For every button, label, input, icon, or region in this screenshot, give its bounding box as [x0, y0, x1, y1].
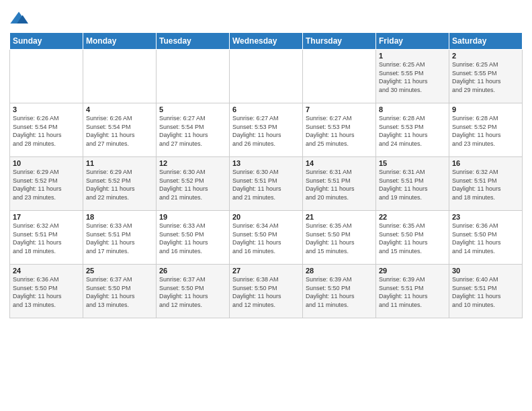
day-number: 3	[13, 105, 80, 113]
day-number: 2	[452, 52, 519, 60]
day-cell: 17Sunrise: 6:32 AM Sunset: 5:51 PM Dayli…	[10, 211, 83, 265]
day-info: Sunrise: 6:29 AM Sunset: 5:52 PM Dayligh…	[86, 168, 153, 201]
day-number: 18	[86, 213, 153, 221]
day-number: 11	[86, 159, 153, 167]
day-number: 21	[306, 213, 373, 221]
day-info: Sunrise: 6:25 AM Sunset: 5:55 PM Dayligh…	[452, 60, 519, 94]
day-info: Sunrise: 6:31 AM Sunset: 5:51 PM Dayligh…	[306, 168, 373, 201]
day-info: Sunrise: 6:33 AM Sunset: 5:50 PM Dayligh…	[159, 222, 226, 255]
day-cell: 27Sunrise: 6:38 AM Sunset: 5:50 PM Dayli…	[230, 265, 303, 318]
day-info: Sunrise: 6:30 AM Sunset: 5:51 PM Dayligh…	[232, 168, 300, 201]
day-cell	[230, 50, 303, 103]
day-cell: 1Sunrise: 6:25 AM Sunset: 5:55 PM Daylig…	[376, 50, 449, 103]
day-number: 25	[86, 267, 153, 275]
day-info: Sunrise: 6:25 AM Sunset: 5:55 PM Dayligh…	[379, 60, 446, 94]
day-info: Sunrise: 6:32 AM Sunset: 5:51 PM Dayligh…	[452, 168, 519, 201]
week-row-3: 17Sunrise: 6:32 AM Sunset: 5:51 PM Dayli…	[10, 211, 523, 265]
day-cell: 7Sunrise: 6:27 AM Sunset: 5:53 PM Daylig…	[303, 103, 376, 157]
day-cell	[303, 50, 376, 103]
day-info: Sunrise: 6:31 AM Sunset: 5:51 PM Dayligh…	[379, 168, 446, 201]
day-info: Sunrise: 6:35 AM Sunset: 5:50 PM Dayligh…	[306, 222, 373, 255]
day-info: Sunrise: 6:29 AM Sunset: 5:52 PM Dayligh…	[13, 168, 80, 201]
day-info: Sunrise: 6:35 AM Sunset: 5:50 PM Dayligh…	[379, 222, 446, 255]
day-info: Sunrise: 6:36 AM Sunset: 5:50 PM Dayligh…	[452, 222, 519, 255]
day-number: 26	[159, 267, 226, 275]
day-cell: 13Sunrise: 6:30 AM Sunset: 5:51 PM Dayli…	[230, 157, 303, 211]
day-info: Sunrise: 6:34 AM Sunset: 5:50 PM Dayligh…	[232, 222, 300, 255]
day-cell: 11Sunrise: 6:29 AM Sunset: 5:52 PM Dayli…	[83, 157, 157, 211]
day-number: 1	[379, 52, 446, 60]
day-info: Sunrise: 6:32 AM Sunset: 5:51 PM Dayligh…	[13, 222, 80, 255]
day-cell: 5Sunrise: 6:27 AM Sunset: 5:54 PM Daylig…	[157, 103, 230, 157]
day-info: Sunrise: 6:30 AM Sunset: 5:52 PM Dayligh…	[159, 168, 226, 201]
day-cell: 22Sunrise: 6:35 AM Sunset: 5:50 PM Dayli…	[376, 211, 449, 265]
logo-icon	[9, 9, 28, 28]
day-cell: 6Sunrise: 6:27 AM Sunset: 5:53 PM Daylig…	[230, 103, 303, 157]
day-cell: 15Sunrise: 6:31 AM Sunset: 5:51 PM Dayli…	[376, 157, 449, 211]
week-row-0: 1Sunrise: 6:25 AM Sunset: 5:55 PM Daylig…	[10, 50, 523, 103]
header-cell-friday: Friday	[376, 33, 449, 50]
day-number: 7	[306, 105, 373, 113]
header-cell-wednesday: Wednesday	[230, 33, 303, 50]
day-number: 16	[452, 159, 519, 167]
day-number: 5	[159, 105, 226, 113]
day-number: 8	[379, 105, 446, 113]
header-cell-monday: Monday	[83, 33, 157, 50]
day-cell	[10, 50, 83, 103]
day-cell: 21Sunrise: 6:35 AM Sunset: 5:50 PM Dayli…	[303, 211, 376, 265]
day-number: 17	[13, 213, 80, 221]
header	[9, 7, 523, 28]
day-number: 14	[306, 159, 373, 167]
day-cell	[83, 50, 157, 103]
day-info: Sunrise: 6:39 AM Sunset: 5:51 PM Dayligh…	[379, 275, 446, 309]
day-number: 19	[159, 213, 226, 221]
day-number: 4	[86, 105, 153, 113]
day-number: 30	[452, 267, 519, 275]
day-info: Sunrise: 6:33 AM Sunset: 5:51 PM Dayligh…	[86, 222, 153, 255]
logo	[9, 9, 30, 28]
calendar-body: 1Sunrise: 6:25 AM Sunset: 5:55 PM Daylig…	[10, 50, 523, 318]
day-cell: 24Sunrise: 6:36 AM Sunset: 5:50 PM Dayli…	[10, 265, 83, 318]
header-cell-sunday: Sunday	[10, 33, 83, 50]
day-number: 15	[379, 159, 446, 167]
week-row-4: 24Sunrise: 6:36 AM Sunset: 5:50 PM Dayli…	[10, 265, 523, 318]
day-info: Sunrise: 6:40 AM Sunset: 5:51 PM Dayligh…	[452, 275, 519, 309]
day-cell: 10Sunrise: 6:29 AM Sunset: 5:52 PM Dayli…	[10, 157, 83, 211]
calendar-header: SundayMondayTuesdayWednesdayThursdayFrid…	[10, 33, 523, 50]
day-cell: 9Sunrise: 6:28 AM Sunset: 5:52 PM Daylig…	[449, 103, 523, 157]
day-cell: 12Sunrise: 6:30 AM Sunset: 5:52 PM Dayli…	[157, 157, 230, 211]
day-info: Sunrise: 6:37 AM Sunset: 5:50 PM Dayligh…	[159, 275, 226, 309]
day-number: 27	[232, 267, 300, 275]
day-info: Sunrise: 6:28 AM Sunset: 5:53 PM Dayligh…	[379, 114, 446, 148]
day-info: Sunrise: 6:28 AM Sunset: 5:52 PM Dayligh…	[452, 114, 519, 148]
day-cell: 3Sunrise: 6:26 AM Sunset: 5:54 PM Daylig…	[10, 103, 83, 157]
header-row: SundayMondayTuesdayWednesdayThursdayFrid…	[10, 33, 523, 50]
day-number: 6	[232, 105, 300, 113]
day-info: Sunrise: 6:39 AM Sunset: 5:50 PM Dayligh…	[306, 275, 373, 309]
day-cell: 19Sunrise: 6:33 AM Sunset: 5:50 PM Dayli…	[157, 211, 230, 265]
page: SundayMondayTuesdayWednesdayThursdayFrid…	[0, 0, 532, 411]
day-number: 20	[232, 213, 300, 221]
header-cell-thursday: Thursday	[303, 33, 376, 50]
day-cell: 23Sunrise: 6:36 AM Sunset: 5:50 PM Dayli…	[449, 211, 523, 265]
day-cell: 14Sunrise: 6:31 AM Sunset: 5:51 PM Dayli…	[303, 157, 376, 211]
day-cell: 29Sunrise: 6:39 AM Sunset: 5:51 PM Dayli…	[376, 265, 449, 318]
day-number: 29	[379, 267, 446, 275]
calendar-table: SundayMondayTuesdayWednesdayThursdayFrid…	[9, 32, 523, 318]
week-row-1: 3Sunrise: 6:26 AM Sunset: 5:54 PM Daylig…	[10, 103, 523, 157]
day-cell: 18Sunrise: 6:33 AM Sunset: 5:51 PM Dayli…	[83, 211, 157, 265]
day-number: 13	[232, 159, 300, 167]
day-cell: 30Sunrise: 6:40 AM Sunset: 5:51 PM Dayli…	[449, 265, 523, 318]
day-info: Sunrise: 6:27 AM Sunset: 5:53 PM Dayligh…	[232, 114, 300, 148]
day-number: 22	[379, 213, 446, 221]
day-number: 24	[13, 267, 80, 275]
day-number: 23	[452, 213, 519, 221]
day-number: 9	[452, 105, 519, 113]
day-info: Sunrise: 6:27 AM Sunset: 5:53 PM Dayligh…	[306, 114, 373, 148]
day-cell: 26Sunrise: 6:37 AM Sunset: 5:50 PM Dayli…	[157, 265, 230, 318]
day-number: 10	[13, 159, 80, 167]
day-info: Sunrise: 6:26 AM Sunset: 5:54 PM Dayligh…	[86, 114, 153, 148]
header-cell-saturday: Saturday	[449, 33, 523, 50]
header-cell-tuesday: Tuesday	[157, 33, 230, 50]
day-number: 28	[306, 267, 373, 275]
